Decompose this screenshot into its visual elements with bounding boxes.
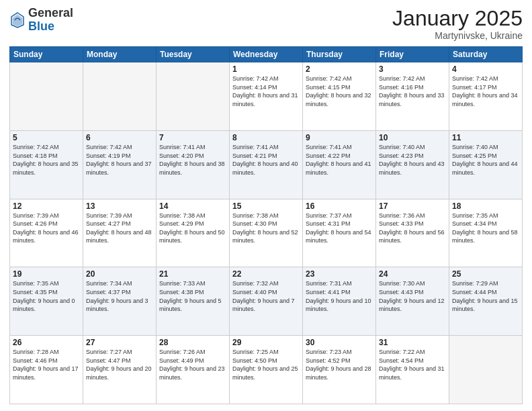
location-subtitle: Martynivske, Ukraine [392,30,523,41]
day-number: 21 [159,269,226,279]
day-info: Sunrise: 7:42 AMSunset: 4:17 PMDaylight:… [452,75,519,108]
day-info: Sunrise: 7:37 AMSunset: 4:31 PMDaylight:… [306,212,373,245]
calendar-day-cell: 28Sunrise: 7:26 AMSunset: 4:49 PMDayligh… [157,336,230,404]
calendar-week-row: 5Sunrise: 7:42 AMSunset: 4:18 PMDaylight… [10,130,523,199]
day-number: 30 [306,338,373,347]
calendar-day-cell [10,62,83,131]
day-number: 12 [13,201,80,211]
calendar-day-header: Tuesday [157,47,230,62]
day-info: Sunrise: 7:36 AMSunset: 4:33 PMDaylight:… [379,212,446,245]
calendar-day-cell: 13Sunrise: 7:39 AMSunset: 4:27 PMDayligh… [83,199,157,267]
day-info: Sunrise: 7:34 AMSunset: 4:37 PMDaylight:… [86,279,153,313]
logo-blue-text: Blue [28,20,73,34]
day-number: 13 [86,201,153,211]
day-number: 27 [86,338,153,347]
title-block: January 2025 Martynivske, Ukraine [392,7,523,41]
day-number: 20 [86,269,153,279]
day-number: 29 [232,338,300,347]
logo: General Blue [9,7,73,34]
logo-icon [11,12,24,28]
calendar-day-cell: 3Sunrise: 7:42 AMSunset: 4:16 PMDaylight… [376,62,449,131]
calendar-day-cell: 7Sunrise: 7:41 AMSunset: 4:20 PMDaylight… [157,130,230,199]
calendar-day-cell: 5Sunrise: 7:42 AMSunset: 4:18 PMDaylight… [10,130,83,199]
calendar-day-cell: 12Sunrise: 7:39 AMSunset: 4:26 PMDayligh… [10,199,83,267]
calendar-day-cell: 6Sunrise: 7:42 AMSunset: 4:19 PMDaylight… [83,130,157,199]
day-number: 31 [379,338,446,347]
day-info: Sunrise: 7:42 AMSunset: 4:18 PMDaylight:… [13,143,80,177]
calendar-week-row: 12Sunrise: 7:39 AMSunset: 4:26 PMDayligh… [10,199,523,267]
calendar-day-cell: 20Sunrise: 7:34 AMSunset: 4:37 PMDayligh… [83,267,157,336]
calendar-day-cell: 14Sunrise: 7:38 AMSunset: 4:29 PMDayligh… [157,199,230,267]
calendar-day-header: Monday [83,47,157,62]
calendar-day-header: Wednesday [230,47,303,62]
calendar-week-row: 1Sunrise: 7:42 AMSunset: 4:14 PMDaylight… [10,62,523,131]
day-info: Sunrise: 7:38 AMSunset: 4:30 PMDaylight:… [232,212,300,245]
day-info: Sunrise: 7:41 AMSunset: 4:20 PMDaylight:… [159,143,226,177]
calendar-week-row: 19Sunrise: 7:35 AMSunset: 4:35 PMDayligh… [10,267,523,336]
day-info: Sunrise: 7:42 AMSunset: 4:19 PMDaylight:… [86,143,153,177]
calendar-day-cell: 24Sunrise: 7:30 AMSunset: 4:43 PMDayligh… [376,267,449,336]
day-number: 14 [159,201,226,211]
day-info: Sunrise: 7:38 AMSunset: 4:29 PMDaylight:… [159,212,226,245]
logo-general-text: General [28,7,73,20]
day-number: 1 [232,64,300,74]
calendar-day-cell: 10Sunrise: 7:40 AMSunset: 4:23 PMDayligh… [376,130,449,199]
day-number: 17 [379,201,446,211]
calendar-day-header: Thursday [303,47,376,62]
calendar-day-cell: 15Sunrise: 7:38 AMSunset: 4:30 PMDayligh… [230,199,303,267]
day-info: Sunrise: 7:42 AMSunset: 4:14 PMDaylight:… [232,75,300,108]
calendar-day-cell: 23Sunrise: 7:31 AMSunset: 4:41 PMDayligh… [303,267,376,336]
day-info: Sunrise: 7:31 AMSunset: 4:41 PMDaylight:… [306,279,373,313]
day-info: Sunrise: 7:30 AMSunset: 4:43 PMDaylight:… [379,279,446,313]
calendar-day-cell [449,336,523,404]
day-info: Sunrise: 7:33 AMSunset: 4:38 PMDaylight:… [159,279,226,313]
day-number: 10 [379,133,446,142]
day-info: Sunrise: 7:42 AMSunset: 4:16 PMDaylight:… [379,75,446,108]
day-info: Sunrise: 7:40 AMSunset: 4:23 PMDaylight:… [379,143,446,177]
calendar-day-cell: 27Sunrise: 7:27 AMSunset: 4:47 PMDayligh… [83,336,157,404]
day-info: Sunrise: 7:42 AMSunset: 4:15 PMDaylight:… [306,75,373,108]
day-info: Sunrise: 7:41 AMSunset: 4:21 PMDaylight:… [232,143,300,177]
logo-text: General Blue [28,7,73,34]
calendar-day-cell: 29Sunrise: 7:25 AMSunset: 4:50 PMDayligh… [230,336,303,404]
day-number: 6 [86,133,153,142]
calendar-day-cell: 30Sunrise: 7:23 AMSunset: 4:52 PMDayligh… [303,336,376,404]
day-number: 16 [306,201,373,211]
day-number: 22 [232,269,300,279]
day-number: 2 [306,64,373,74]
day-number: 25 [452,269,519,279]
day-info: Sunrise: 7:39 AMSunset: 4:26 PMDaylight:… [13,212,80,245]
day-number: 24 [379,269,446,279]
day-number: 28 [159,338,226,347]
calendar-day-cell: 25Sunrise: 7:29 AMSunset: 4:44 PMDayligh… [449,267,523,336]
day-number: 5 [13,133,80,142]
day-info: Sunrise: 7:23 AMSunset: 4:52 PMDaylight:… [306,348,373,381]
calendar-day-cell: 19Sunrise: 7:35 AMSunset: 4:35 PMDayligh… [10,267,83,336]
day-info: Sunrise: 7:41 AMSunset: 4:22 PMDaylight:… [306,143,373,177]
page: General Blue January 2025 Martynivske, U… [0,0,532,411]
calendar-week-row: 26Sunrise: 7:28 AMSunset: 4:46 PMDayligh… [10,336,523,404]
day-info: Sunrise: 7:35 AMSunset: 4:35 PMDaylight:… [13,279,80,313]
calendar-day-cell [83,62,157,131]
calendar-day-header: Friday [376,47,449,62]
calendar-header-row: SundayMondayTuesdayWednesdayThursdayFrid… [10,47,523,62]
day-number: 18 [452,201,519,211]
day-info: Sunrise: 7:25 AMSunset: 4:50 PMDaylight:… [232,348,300,381]
day-info: Sunrise: 7:39 AMSunset: 4:27 PMDaylight:… [86,212,153,245]
calendar-day-cell: 18Sunrise: 7:35 AMSunset: 4:34 PMDayligh… [449,199,523,267]
day-number: 11 [452,133,519,142]
day-info: Sunrise: 7:26 AMSunset: 4:49 PMDaylight:… [159,348,226,381]
day-number: 4 [452,64,519,74]
day-number: 19 [13,269,80,279]
header: General Blue January 2025 Martynivske, U… [9,7,523,41]
calendar-day-cell: 1Sunrise: 7:42 AMSunset: 4:14 PMDaylight… [230,62,303,131]
calendar-day-header: Sunday [10,47,83,62]
calendar-table: SundayMondayTuesdayWednesdayThursdayFrid… [9,46,523,404]
calendar-day-cell: 9Sunrise: 7:41 AMSunset: 4:22 PMDaylight… [303,130,376,199]
day-info: Sunrise: 7:28 AMSunset: 4:46 PMDaylight:… [13,348,80,381]
calendar-day-cell: 22Sunrise: 7:32 AMSunset: 4:40 PMDayligh… [230,267,303,336]
month-title: January 2025 [392,7,523,30]
calendar-day-cell: 11Sunrise: 7:40 AMSunset: 4:25 PMDayligh… [449,130,523,199]
calendar-day-cell: 21Sunrise: 7:33 AMSunset: 4:38 PMDayligh… [157,267,230,336]
day-info: Sunrise: 7:27 AMSunset: 4:47 PMDaylight:… [86,348,153,381]
